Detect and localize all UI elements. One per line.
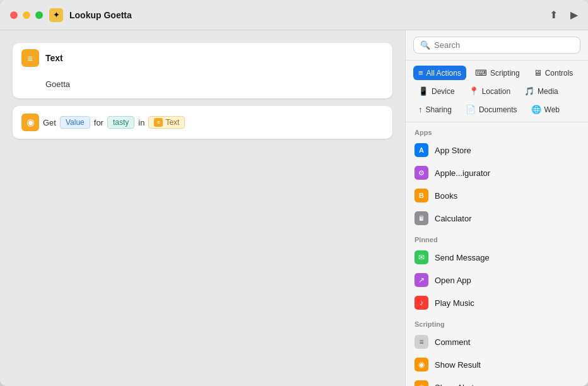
run-icon[interactable]: ▶: [570, 9, 578, 21]
comment-icon: ≡: [415, 335, 428, 349]
text-action-header: ≡ Text: [13, 43, 392, 73]
actions-list: Apps A App Store ⚙ Apple...igurator B Bo…: [406, 122, 588, 386]
close-button[interactable]: [10, 11, 18, 19]
list-item-app-store[interactable]: A App Store: [406, 139, 588, 161]
cat-scripting-icon: ⌨: [475, 68, 487, 78]
workflow-panel: ≡ Text Goetta ◉ Get Value for tasty in: [0, 30, 405, 386]
comment-label: Comment: [435, 337, 470, 347]
cat-media-label: Media: [538, 87, 558, 96]
cat-documents-label: Documents: [479, 105, 517, 114]
window-title: Lookup Goetta: [69, 10, 550, 20]
search-icon: 🔍: [420, 40, 430, 50]
show-result-icon: ◉: [415, 358, 428, 371]
search-container[interactable]: 🔍: [413, 37, 580, 54]
cat-location[interactable]: 📍 Location: [464, 84, 515, 98]
main-content: ≡ Text Goetta ◉ Get Value for tasty in: [0, 30, 588, 386]
for-label: for: [94, 118, 103, 127]
cat-media-icon: 🎵: [524, 86, 534, 96]
list-item-books[interactable]: B Books: [406, 184, 588, 207]
app-store-label: App Store: [435, 146, 471, 155]
cat-all-actions-icon: ≡: [418, 68, 423, 78]
app-icon: ✦: [49, 8, 63, 22]
cat-media[interactable]: 🎵 Media: [519, 84, 563, 98]
actions-panel: 🔍 ≡ All Actions ⌨ Scripting 🖥 Controls: [405, 30, 588, 386]
app-store-icon: A: [415, 143, 428, 157]
text-action-title: Text: [45, 53, 63, 63]
cat-controls[interactable]: 🖥 Controls: [529, 66, 579, 80]
cat-device-label: Device: [432, 87, 455, 96]
list-item-open-app[interactable]: ↗ Open App: [406, 269, 588, 291]
cat-all-actions-label: All Actions: [426, 69, 461, 78]
cat-controls-icon: 🖥: [534, 68, 542, 78]
cat-web[interactable]: 🌐 Web: [526, 102, 565, 117]
cat-sharing-icon: ↑: [418, 105, 423, 114]
get-value-row: ◉ Get Value for tasty in ≡ Text: [13, 106, 392, 139]
cat-location-icon: 📍: [469, 86, 479, 96]
cat-device[interactable]: 📱 Device: [413, 84, 460, 98]
show-result-label: Show Result: [435, 360, 481, 370]
list-item-configurator[interactable]: ⚙ Apple...igurator: [406, 161, 588, 184]
in-label: in: [138, 118, 144, 127]
open-app-label: Open App: [435, 276, 471, 285]
app-window: ✦ Lookup Goetta ⬆ ▶ ≡ Text Goetta: [0, 0, 588, 386]
list-item-show-alert[interactable]: ◉ Show Alert: [406, 376, 588, 386]
cat-documents-icon: 📄: [466, 105, 476, 114]
send-message-icon: ✉: [415, 250, 428, 264]
calculator-label: Calculator: [435, 214, 472, 223]
section-scripting-label: Scripting: [406, 314, 588, 330]
list-item-comment[interactable]: ≡ Comment: [406, 330, 588, 353]
cat-documents[interactable]: 📄 Documents: [461, 102, 522, 117]
category-row: ≡ All Actions ⌨ Scripting 🖥 Controls 📱 D…: [406, 61, 588, 122]
cat-scripting-label: Scripting: [490, 69, 520, 78]
get-value-card: ◉ Get Value for tasty in ≡ Text: [13, 106, 392, 139]
cat-controls-label: Controls: [545, 69, 573, 78]
key-pill[interactable]: tasty: [107, 116, 134, 129]
text-action-icon: ≡: [21, 49, 39, 67]
text-action-card: ≡ Text Goetta: [13, 43, 392, 98]
cat-scripting[interactable]: ⌨ Scripting: [470, 66, 525, 80]
text-action-body: Goetta: [13, 73, 392, 98]
send-message-label: Send Message: [435, 253, 490, 262]
window-controls: [10, 11, 43, 19]
value-pill[interactable]: Value: [60, 116, 90, 129]
text-action-value: Goetta: [45, 79, 70, 89]
cat-location-label: Location: [482, 87, 510, 96]
list-item-send-message[interactable]: ✉ Send Message: [406, 246, 588, 269]
cat-web-label: Web: [544, 105, 560, 114]
titlebar-actions: ⬆ ▶: [550, 9, 578, 21]
show-alert-icon: ◉: [415, 380, 428, 386]
section-pinned-label: Pinned: [406, 230, 588, 246]
maximize-button[interactable]: [35, 11, 43, 19]
source-pill-icon: ≡: [154, 118, 163, 127]
search-bar: 🔍: [406, 30, 588, 61]
configurator-icon: ⚙: [415, 166, 428, 180]
list-item-show-result[interactable]: ◉ Show Result: [406, 353, 588, 376]
list-item-calculator[interactable]: 🖩 Calculator: [406, 207, 588, 230]
show-alert-label: Show Alert: [435, 383, 474, 387]
books-label: Books: [435, 191, 457, 201]
source-pill[interactable]: ≡ Text: [148, 116, 185, 129]
play-music-icon: ♪: [415, 296, 428, 310]
configurator-label: Apple...igurator: [435, 168, 490, 178]
section-apps-label: Apps: [406, 122, 588, 139]
calculator-icon: 🖩: [415, 211, 428, 225]
dict-icon: ◉: [21, 114, 39, 131]
titlebar: ✦ Lookup Goetta ⬆ ▶: [0, 0, 588, 30]
books-icon: B: [415, 189, 428, 202]
cat-web-icon: 🌐: [531, 105, 541, 114]
cat-all-actions[interactable]: ≡ All Actions: [413, 66, 466, 80]
play-music-label: Play Music: [435, 298, 474, 308]
get-label: Get: [43, 118, 56, 127]
share-icon[interactable]: ⬆: [550, 9, 558, 21]
search-input[interactable]: [434, 40, 573, 50]
cat-device-icon: 📱: [418, 86, 428, 96]
list-item-play-music[interactable]: ♪ Play Music: [406, 291, 588, 314]
cat-sharing[interactable]: ↑ Sharing: [413, 102, 457, 117]
cat-sharing-label: Sharing: [426, 105, 452, 114]
minimize-button[interactable]: [23, 11, 30, 19]
open-app-icon: ↗: [415, 273, 428, 287]
